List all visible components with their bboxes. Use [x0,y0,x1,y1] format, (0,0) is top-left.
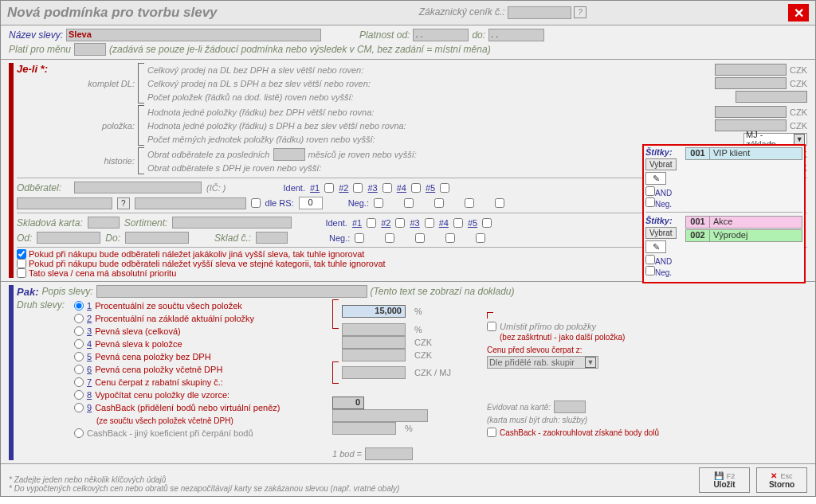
sident-2-chk[interactable] [395,218,405,228]
sident-3[interactable]: #3 [410,218,419,228]
name-input[interactable]: Sleva [66,29,321,41]
druh-9-radio[interactable] [74,403,84,412]
value-input-2[interactable] [342,323,406,336]
sident-4[interactable]: #4 [439,218,449,228]
neg-1[interactable] [374,198,383,208]
pricelist-input[interactable] [508,6,571,19]
value-input-5[interactable] [342,366,406,379]
sklad-c-input[interactable] [256,232,288,244]
cond-input[interactable] [715,64,787,76]
neg-4[interactable] [465,198,474,208]
druh-3-radio[interactable] [74,326,84,336]
cond-input[interactable] [715,106,787,118]
druh-subnote: (ze součtu všech položek včetně DPH) [96,416,233,425]
odberatel-help-button[interactable]: ? [117,197,130,209]
druh-2-radio[interactable] [74,314,84,323]
sident-3-chk[interactable] [425,218,434,228]
ident-1[interactable]: #1 [310,183,320,193]
tag-row[interactable]: 001VIP klient [685,147,802,160]
edit-icon[interactable]: ✎ [645,172,666,185]
value-input-1[interactable]: 15,000 [342,305,406,318]
ident-3-chk[interactable] [382,183,392,193]
sident-4-chk[interactable] [453,218,463,228]
do-input[interactable] [125,232,189,244]
valid-from-input[interactable]: . . [413,29,469,41]
druh-4-radio[interactable] [74,339,84,349]
cond-input[interactable] [736,91,807,103]
currency-input[interactable] [74,43,106,56]
neg-5[interactable] [495,198,504,208]
umistit-chk[interactable] [487,322,496,331]
neg-chk-1[interactable] [645,197,655,207]
druh-cb2-radio[interactable] [74,428,84,438]
sneg-3[interactable] [415,233,425,243]
value-input-4[interactable] [342,349,406,361]
sneg-4[interactable] [445,233,455,243]
close-button[interactable]: ✕ [788,4,809,21]
sneg-5[interactable] [476,233,485,243]
sident-1[interactable]: #1 [352,218,362,228]
cenu-select[interactable]: Dle přidělé rab. skupir▼ [487,356,598,369]
tag-code: 001 [686,217,710,228]
formula-input[interactable] [332,409,428,422]
value-input-3[interactable] [342,336,406,349]
and-chk-2[interactable] [645,255,655,264]
and-chk-1[interactable] [645,186,655,196]
druh-num: 8 [87,390,92,400]
tag-row[interactable]: 002Výprodej [685,229,802,242]
pricelist-help-button[interactable]: ? [574,6,586,18]
ident-4[interactable]: #4 [397,183,406,193]
ident-5-chk[interactable] [440,183,449,193]
vybrat-button-2[interactable]: Vybrat [645,227,677,239]
rabat-group-input[interactable]: 0 [332,397,364,409]
neg-2[interactable] [404,198,414,208]
bod-input[interactable] [365,447,413,460]
sneg-2[interactable] [385,233,394,243]
odberatel-input[interactable] [74,182,202,193]
sident-5-chk[interactable] [482,218,492,228]
tag-row[interactable]: 001Akce [685,216,802,229]
cancel-button[interactable]: ✕Esc Storno [756,467,807,493]
odberatel-input3[interactable] [135,197,246,209]
cashback-round-chk[interactable] [487,428,496,437]
odberatel-input2[interactable] [17,197,112,209]
ic-label: (IČ: ) [206,183,226,193]
cond-input[interactable] [715,77,787,89]
vybrat-button-1[interactable]: Vybrat [645,158,677,170]
ident-4-chk[interactable] [411,183,421,193]
sklad-input[interactable] [88,217,120,229]
druh-6-radio[interactable] [74,365,84,374]
druh-text: CashBack - jiný koeficient při čerpání b… [87,428,253,438]
ident-1-chk[interactable] [324,183,334,193]
ident-2-chk[interactable] [353,183,363,193]
edit-icon[interactable]: ✎ [645,240,666,253]
save-button[interactable]: 💾F2 Uložit [699,467,750,493]
cashback-input[interactable] [332,422,396,435]
evidovat-note: (karta musí být druh: služby) [487,416,587,424]
sneg-1[interactable] [355,233,364,243]
evidovat-input[interactable] [554,400,586,413]
od-input[interactable] [37,232,100,244]
neg-3[interactable] [434,198,444,208]
ignore-cat-chk[interactable] [17,259,26,268]
desc-input[interactable] [96,285,367,298]
neg-chk-2[interactable] [645,266,655,275]
ident-2[interactable]: #2 [339,183,348,193]
abs-prio-chk[interactable] [17,268,26,278]
druh-5-radio[interactable] [74,352,84,361]
sident-1-chk[interactable] [367,218,376,228]
ident-5[interactable]: #5 [426,183,435,193]
ignore-higher-chk[interactable] [17,249,26,259]
months-input[interactable] [273,148,305,161]
ident-3[interactable]: #3 [367,183,377,193]
dle-rs-chk[interactable] [251,198,261,208]
druh-1-radio[interactable] [74,301,84,311]
rs-input[interactable]: 0 [299,197,323,209]
currency-label: CZK [790,107,807,117]
sident-2[interactable]: #2 [381,218,390,228]
druh-7-radio[interactable] [74,377,84,387]
sident-5[interactable]: #5 [468,218,477,228]
sort-input[interactable] [172,217,292,229]
valid-to-input[interactable]: . . [488,29,544,41]
druh-8-radio[interactable] [74,390,84,400]
